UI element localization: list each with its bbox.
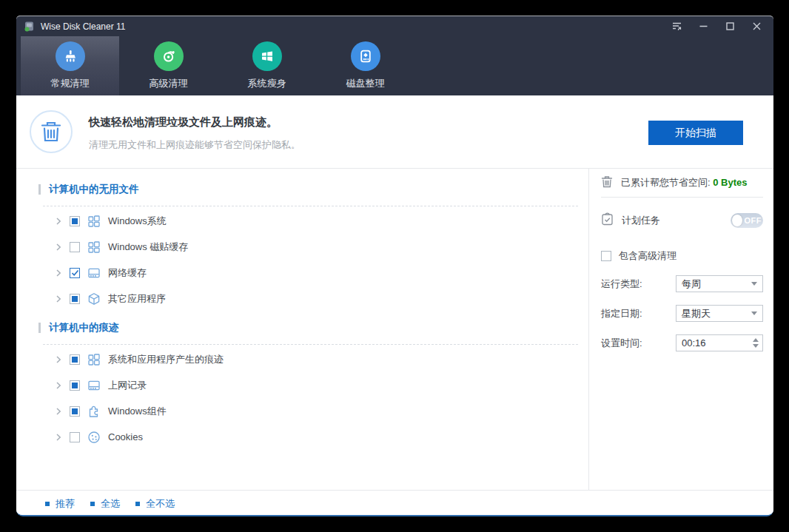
browser-icon: [87, 379, 101, 392]
windows-grid-icon: [87, 240, 101, 254]
tree-row-system-app-traces[interactable]: 系统和应用程序产生的痕迹: [38, 346, 578, 372]
nav-tabs: 常规清理 高级清理: [16, 36, 773, 95]
tab-label: 高级清理: [150, 77, 188, 90]
tree-row-other-apps[interactable]: 其它应用程序: [38, 286, 578, 312]
select-none-label: 全不选: [146, 497, 175, 511]
schedule-row: 计划任务 OFF: [601, 209, 763, 232]
savings-row: 已累计帮您节省空间: 0 Bytes: [601, 169, 763, 198]
run-type-row: 运行类型: 每周: [601, 275, 763, 292]
dial-icon: [154, 41, 184, 71]
cleanup-tree: 计算机中的无用文件 Windows系统: [16, 169, 589, 490]
chevron-right-icon[interactable]: [55, 408, 62, 415]
tab-label: 常规清理: [51, 77, 90, 90]
window-controls: [667, 18, 766, 35]
windows-flag-icon: [252, 41, 282, 71]
bullet-icon: [90, 502, 95, 506]
day-select-row: 指定日期: 星期天: [601, 305, 763, 322]
schedule-toggle[interactable]: OFF: [731, 213, 763, 228]
tree-row-browsing-history[interactable]: 上网记录: [38, 372, 578, 398]
main-content: 计算机中的无用文件 Windows系统: [16, 169, 773, 490]
spin-down-icon[interactable]: [753, 344, 759, 348]
run-type-select[interactable]: 每周: [676, 275, 763, 292]
dashed-divider: [43, 206, 578, 206]
tree-label: Windows系统: [108, 215, 167, 228]
maximize-icon[interactable]: [720, 18, 739, 35]
app-logo-icon: [24, 21, 35, 32]
tree-row-windows-components[interactable]: Windows组件: [38, 398, 578, 424]
recommend-link[interactable]: 推荐: [45, 497, 75, 511]
disk-icon: [351, 41, 380, 71]
chevron-right-icon[interactable]: [55, 382, 62, 389]
time-set-label: 设置时间:: [601, 337, 676, 350]
tab-advanced-clean[interactable]: 高级清理: [119, 36, 218, 95]
day-select-label: 指定日期:: [601, 307, 676, 320]
savings-value: 0 Bytes: [713, 177, 747, 188]
chevron-right-icon[interactable]: [55, 434, 62, 441]
checkbox-unchecked[interactable]: [70, 242, 80, 252]
time-set-row: 设置时间: 00:16: [601, 334, 763, 351]
toggle-knob: [732, 215, 742, 226]
tree-label: 系统和应用程序产生的痕迹: [108, 353, 224, 366]
select-none-link[interactable]: 全不选: [135, 497, 175, 511]
section-title: 计算机中的无用文件: [49, 183, 139, 196]
chevron-down-icon: [751, 282, 757, 286]
hero-title: 快速轻松地清理垃圾文件及上网痕迹。: [89, 115, 278, 129]
tree-row-cookies[interactable]: Cookies: [38, 424, 578, 450]
chevron-right-icon[interactable]: [55, 295, 62, 303]
toggle-state-label: OFF: [745, 216, 762, 225]
cube-icon: [87, 292, 101, 306]
close-icon[interactable]: [747, 18, 766, 35]
run-type-label: 运行类型:: [601, 277, 676, 291]
tree-row-windows-tile-cache[interactable]: Windows 磁贴缓存: [38, 234, 578, 260]
checkbox-partial[interactable]: [70, 216, 80, 226]
time-spinner[interactable]: 00:16: [676, 334, 763, 351]
tab-label: 磁盘整理: [346, 77, 385, 90]
checkbox-partial[interactable]: [70, 406, 80, 417]
chevron-right-icon[interactable]: [55, 269, 62, 277]
checkbox-unchecked[interactable]: [70, 432, 80, 442]
window-title: Wise Disk Cleaner 11: [41, 21, 667, 32]
minimize-icon[interactable]: [694, 18, 713, 35]
tab-system-slim[interactable]: 系统瘦身: [218, 36, 316, 95]
tab-normal-clean[interactable]: 常规清理: [21, 36, 119, 95]
tree-row-network-cache[interactable]: 网络缓存: [38, 260, 578, 286]
select-all-link[interactable]: 全选: [90, 497, 120, 511]
tree-label: Windows组件: [108, 405, 167, 418]
tab-disk-defrag[interactable]: 磁盘整理: [316, 36, 414, 95]
menu-icon[interactable]: [667, 18, 686, 35]
app-window: Wise Disk Cleaner 11: [16, 16, 773, 516]
clipboard-check-icon: [601, 212, 614, 229]
bullet-icon: [45, 502, 50, 506]
title-bar: Wise Disk Cleaner 11: [16, 16, 773, 36]
include-advanced-label: 包含高级清理: [619, 249, 676, 263]
hero-subtitle: 清理无用文件和上网痕迹能够节省空间保护隐私。: [89, 138, 301, 152]
windows-grid-icon: [87, 215, 101, 228]
recommend-label: 推荐: [56, 497, 75, 511]
checkbox-partial[interactable]: [70, 380, 80, 391]
checkbox-partial[interactable]: [70, 294, 80, 304]
checkbox-partial[interactable]: [70, 354, 80, 365]
checkbox-unchecked[interactable]: [601, 251, 611, 261]
section-useless-files: 计算机中的无用文件: [38, 183, 578, 195]
chevron-right-icon[interactable]: [55, 356, 62, 363]
puzzle-icon: [87, 405, 101, 418]
day-select[interactable]: 星期天: [676, 305, 763, 322]
spin-up-icon[interactable]: [753, 338, 759, 342]
trash-small-icon: [601, 175, 613, 191]
chevron-right-icon[interactable]: [55, 218, 62, 225]
tree-label: 网络缓存: [108, 266, 147, 280]
tree-row-windows-system[interactable]: Windows系统: [38, 208, 578, 234]
tree-label: 其它应用程序: [108, 292, 166, 306]
bullet-icon: [135, 502, 140, 506]
tab-label: 系统瘦身: [248, 77, 286, 90]
brush-icon: [56, 41, 85, 71]
dashed-divider: [43, 344, 578, 345]
footer-bar: 推荐 全选 全不选: [16, 490, 773, 516]
checkbox-checked[interactable]: [70, 268, 80, 278]
schedule-label: 计划任务: [622, 214, 731, 227]
start-scan-button[interactable]: 开始扫描: [648, 121, 743, 145]
time-value: 00:16: [682, 337, 753, 349]
select-all-label: 全选: [101, 497, 120, 511]
tree-label: 上网记录: [108, 379, 147, 392]
chevron-right-icon[interactable]: [55, 243, 62, 251]
